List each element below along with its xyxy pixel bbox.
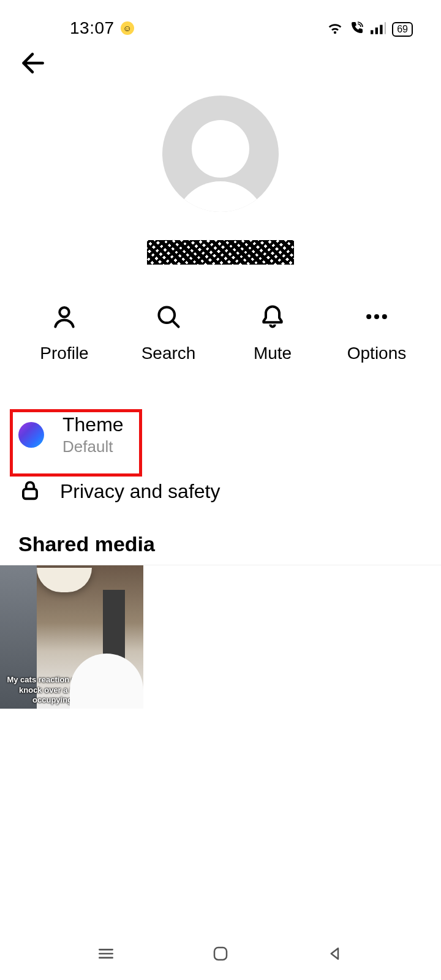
theme-title: Theme bbox=[62, 413, 124, 436]
svg-point-4 bbox=[59, 307, 69, 317]
bell-icon bbox=[259, 303, 286, 333]
svg-rect-2 bbox=[380, 25, 382, 34]
svg-rect-3 bbox=[385, 22, 386, 34]
battery-icon: 69 bbox=[392, 22, 413, 37]
avatar[interactable] bbox=[162, 96, 279, 212]
svg-point-6 bbox=[366, 314, 371, 319]
svg-rect-9 bbox=[23, 489, 37, 499]
privacy-row[interactable]: Privacy and safety bbox=[0, 467, 441, 515]
mute-label: Mute bbox=[254, 344, 292, 363]
search-icon bbox=[155, 303, 182, 333]
dots-icon bbox=[363, 303, 390, 333]
call-icon bbox=[349, 21, 364, 38]
svg-point-8 bbox=[382, 314, 387, 319]
shared-media-grid: My cats reaction when he couldn't knock … bbox=[0, 565, 441, 709]
status-time: 13:07 bbox=[70, 18, 115, 38]
battery-level: 69 bbox=[397, 24, 408, 34]
wifi-icon bbox=[327, 21, 343, 37]
shared-media-title: Shared media bbox=[0, 515, 441, 565]
theme-subtitle: Default bbox=[62, 437, 124, 456]
actions-row: Profile Search Mute Options bbox=[0, 303, 441, 363]
lock-icon bbox=[18, 478, 42, 504]
media-caption: My cats reaction when he couldn't knock … bbox=[0, 675, 143, 705]
media-item[interactable]: My cats reaction when he couldn't knock … bbox=[0, 565, 143, 709]
signal-icon bbox=[370, 21, 386, 37]
back-button[interactable] bbox=[17, 48, 48, 81]
recents-button[interactable] bbox=[92, 940, 119, 967]
system-navbar bbox=[0, 927, 441, 980]
options-action[interactable]: Options bbox=[331, 303, 423, 363]
theme-gradient-icon bbox=[18, 422, 44, 448]
status-bar: 13:07 ☺ 69 bbox=[0, 0, 441, 43]
options-label: Options bbox=[347, 344, 407, 363]
home-button[interactable] bbox=[207, 940, 234, 967]
mute-action[interactable]: Mute bbox=[227, 303, 318, 363]
status-emoji-icon: ☺ bbox=[121, 21, 134, 35]
svg-rect-10 bbox=[214, 948, 227, 960]
profile-label: Profile bbox=[40, 344, 88, 363]
search-action[interactable]: Search bbox=[123, 303, 214, 363]
status-right: 69 bbox=[327, 21, 413, 38]
settings-list: Theme Default Privacy and safety bbox=[0, 402, 441, 515]
back-nav-button[interactable] bbox=[322, 940, 349, 967]
username bbox=[0, 240, 441, 270]
search-label: Search bbox=[141, 344, 196, 363]
person-icon bbox=[51, 303, 78, 333]
theme-row[interactable]: Theme Default bbox=[0, 402, 441, 467]
svg-rect-1 bbox=[375, 28, 378, 34]
status-left: 13:07 ☺ bbox=[70, 18, 134, 38]
svg-point-7 bbox=[374, 314, 379, 319]
avatar-section bbox=[0, 96, 441, 212]
header bbox=[0, 43, 441, 86]
username-redacted bbox=[147, 240, 294, 265]
profile-action[interactable]: Profile bbox=[18, 303, 110, 363]
svg-rect-0 bbox=[371, 30, 373, 34]
privacy-title: Privacy and safety bbox=[60, 480, 220, 503]
